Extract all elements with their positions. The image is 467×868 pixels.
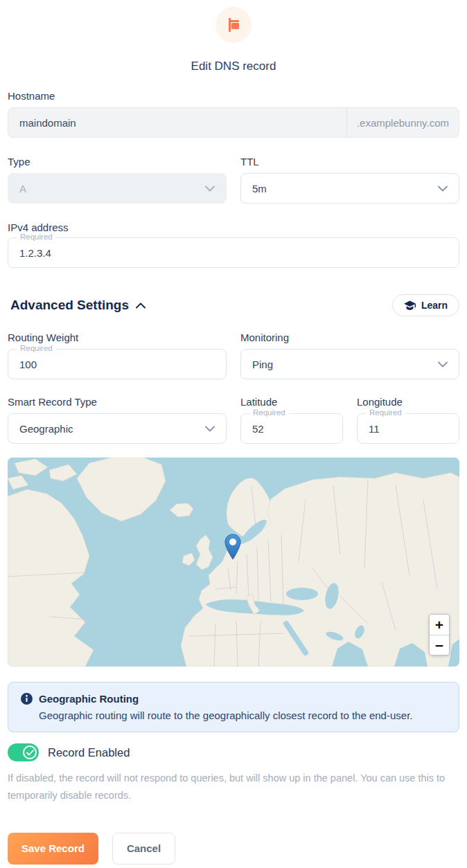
- geographic-routing-info-box: Geographic Routing Geographic routing wi…: [8, 682, 459, 732]
- map-zoom-out-button[interactable]: −: [430, 635, 449, 655]
- world-map[interactable]: + −: [8, 458, 459, 667]
- latitude-input[interactable]: [252, 423, 331, 435]
- save-record-button[interactable]: Save Record: [8, 833, 98, 865]
- chevron-up-icon: [136, 302, 146, 309]
- map-marker-pin[interactable]: [224, 534, 241, 560]
- required-tag: Required: [366, 408, 405, 417]
- smart-record-type-label: Smart Record Type: [8, 396, 227, 408]
- monitoring-select[interactable]: Ping: [240, 349, 459, 379]
- ttl-select[interactable]: 5m: [240, 173, 459, 204]
- routing-weight-label: Routing Weight: [8, 332, 227, 343]
- monitoring-label: Monitoring: [240, 332, 459, 343]
- type-label: Type: [8, 156, 227, 168]
- routing-weight-input[interactable]: [19, 359, 215, 370]
- required-tag: Required: [249, 408, 289, 417]
- advanced-settings-toggle[interactable]: Advanced Settings: [8, 298, 146, 313]
- chevron-down-icon: [205, 426, 215, 432]
- map-tiles: [8, 458, 459, 667]
- ttl-value: 5m: [252, 183, 267, 195]
- monitoring-value: Ping: [252, 359, 273, 370]
- ipv4-input[interactable]: [19, 247, 448, 259]
- ipv4-field: Required: [8, 237, 459, 268]
- ipv4-label: IPv4 address: [8, 221, 459, 233]
- routing-weight-field: Required: [8, 349, 227, 379]
- chevron-down-icon: [205, 186, 215, 192]
- smart-record-type-select[interactable]: Geographic: [8, 413, 227, 444]
- ttl-label: TTL: [240, 156, 459, 168]
- record-enabled-toggle[interactable]: [8, 743, 39, 761]
- type-select: A: [8, 173, 227, 204]
- hostname-label: Hostname: [8, 90, 459, 102]
- longitude-label: Longitude: [357, 396, 459, 408]
- longitude-field: Required: [357, 413, 459, 444]
- info-box-text: Geographic routing will route to the geo…: [39, 709, 446, 721]
- smart-record-type-value: Geographic: [19, 423, 73, 435]
- learn-button[interactable]: Learn: [392, 294, 459, 316]
- toggle-knob-check-icon: [23, 745, 37, 759]
- graduation-cap-icon: [404, 300, 416, 311]
- chevron-down-icon: [438, 186, 448, 192]
- longitude-input[interactable]: [369, 423, 448, 435]
- latitude-field: Required: [240, 413, 343, 444]
- map-zoom-control: + −: [429, 614, 450, 655]
- info-box-title: Geographic Routing: [39, 693, 139, 705]
- required-tag: Required: [17, 344, 56, 352]
- page-title: Edit DNS record: [191, 60, 276, 73]
- advanced-settings-title: Advanced Settings: [10, 298, 129, 313]
- dns-record-sign-icon: [215, 7, 252, 43]
- chevron-down-icon: [438, 361, 448, 368]
- type-value: A: [19, 183, 26, 195]
- record-enabled-label: Record Enabled: [48, 746, 130, 759]
- latitude-label: Latitude: [240, 396, 343, 408]
- required-tag: Required: [17, 233, 56, 241]
- cancel-button[interactable]: Cancel: [112, 833, 175, 865]
- hostname-field: .examplebunny.com: [8, 107, 459, 138]
- header: Edit DNS record: [8, 0, 459, 73]
- hostname-input[interactable]: [8, 108, 346, 137]
- learn-button-label: Learn: [421, 300, 448, 311]
- map-zoom-in-button[interactable]: +: [430, 615, 449, 635]
- info-icon: [21, 693, 33, 705]
- hostname-suffix: .examplebunny.com: [346, 108, 459, 137]
- record-enabled-help-text: If disabled, the record will not respond…: [8, 770, 459, 805]
